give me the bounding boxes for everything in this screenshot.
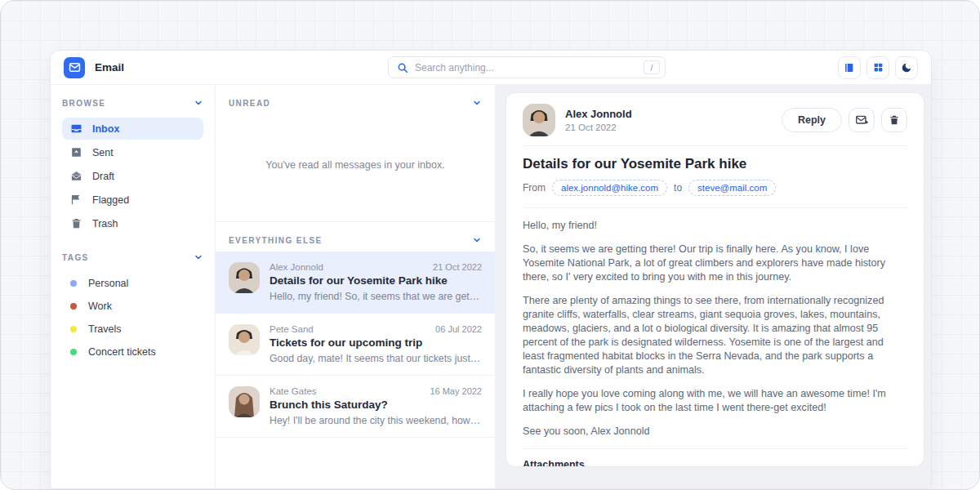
- search-input[interactable]: [415, 62, 637, 74]
- body-paragraph: I really hope you love coming along with…: [523, 387, 907, 415]
- email-subject: Details for our Yosemite Park hike: [270, 274, 482, 287]
- addressbook-button[interactable]: [838, 56, 861, 79]
- email-subject: Tickets for our upcoming trip: [270, 336, 482, 349]
- email-sender: Pete Sand: [270, 324, 314, 334]
- sidebar-item-trash[interactable]: Trash: [62, 212, 203, 234]
- email-sender: Alex Jonnold: [270, 262, 323, 272]
- topbar-actions: [838, 56, 918, 79]
- sidebar-item-sent[interactable]: Sent: [62, 141, 203, 163]
- envelope-plus-icon: [855, 114, 868, 127]
- email-date: 16 May 2022: [430, 386, 482, 396]
- to-label: to: [674, 182, 682, 194]
- detail-subject: Details for our Yosemite Park hike: [523, 156, 907, 172]
- tag-dot-work: [70, 303, 77, 310]
- book-icon: [844, 62, 855, 74]
- to-email-pill[interactable]: steve@mail.com: [688, 180, 776, 196]
- topbar: Email /: [51, 51, 931, 85]
- browse-section-title: BROWSE: [62, 99, 105, 108]
- tag-dot-travels: [70, 326, 77, 332]
- tag-item-work[interactable]: Work: [62, 295, 203, 318]
- detail-sender-name: Alex Jonnold: [565, 108, 772, 120]
- email-date: 21 Oct 2022: [433, 262, 482, 272]
- sidebar-item-label: Inbox: [92, 123, 119, 135]
- sidebar-item-label: Trash: [92, 218, 118, 229]
- detail-header: Alex Jonnold 21 Oct 2022 Reply: [523, 104, 907, 136]
- tag-label: Work: [88, 301, 112, 312]
- sent-icon: [70, 146, 82, 158]
- tag-item-concert-tickets[interactable]: Concert tickets: [62, 341, 203, 363]
- email-date: 06 Jul 2022: [435, 324, 482, 334]
- tags-collapse-chevron-icon[interactable]: [194, 252, 203, 262]
- attachments-divider: [523, 448, 907, 449]
- unread-empty-message: You've read all messages in your inbox.: [216, 114, 495, 221]
- everything-else-section-header: EVERYTHING ELSE: [216, 222, 495, 252]
- email-list-item-tickets[interactable]: Pete Sand 06 Jul 2022 Tickets for our up…: [216, 314, 495, 376]
- email-app-window: Email /: [50, 50, 932, 489]
- email-sender: Kate Gates: [270, 386, 317, 396]
- forward-button[interactable]: [849, 108, 875, 132]
- tags-section-title: TAGS: [62, 253, 89, 262]
- apps-button[interactable]: [866, 56, 889, 79]
- from-email-pill[interactable]: alex.jonnold@hike.com: [552, 180, 667, 196]
- tag-item-travels[interactable]: Travels: [62, 318, 203, 341]
- sidebar-item-label: Flagged: [92, 194, 129, 206]
- email-list-item-brunch[interactable]: Kate Gates 16 May 2022 Brunch this Satur…: [216, 376, 495, 438]
- email-preview: Hello, my friend! So, it seems that we a…: [270, 291, 482, 302]
- body-paragraph: There are plenty of amazing things to se…: [523, 294, 907, 377]
- everything-else-collapse-chevron-icon[interactable]: [472, 235, 482, 245]
- search-bar[interactable]: /: [388, 56, 666, 78]
- sidebar-item-flagged[interactable]: Flagged: [62, 189, 203, 211]
- body-paragraph: Hello, my friend!: [523, 219, 907, 233]
- email-logo-icon[interactable]: [64, 57, 85, 78]
- page-background: Email /: [0, 0, 980, 490]
- sidebar-item-label: Draft: [92, 171, 114, 182]
- trash-icon: [70, 217, 82, 229]
- search-shortcut-key: /: [644, 60, 660, 74]
- tag-dot-personal: [70, 280, 77, 287]
- search-icon: [397, 62, 408, 74]
- sidebar-item-draft[interactable]: Draft: [62, 165, 203, 187]
- tag-item-personal[interactable]: Personal: [62, 272, 203, 295]
- body-paragraph: See you soon, Alex Jonnold: [523, 425, 907, 439]
- email-body: Hello, my friend! So, it seems we are ge…: [523, 219, 907, 439]
- avatar-alex-jonnold-large: [523, 104, 555, 136]
- tag-label: Personal: [88, 278, 128, 289]
- from-to-row: From alex.jonnold@hike.com to steve@mail…: [523, 180, 907, 196]
- trash-icon: [889, 114, 900, 126]
- detail-actions: Reply: [782, 108, 907, 132]
- tag-label: Travels: [88, 323, 122, 335]
- email-detail-pane: Alex Jonnold 21 Oct 2022 Reply: [496, 85, 931, 488]
- tag-dot-concert: [70, 349, 77, 355]
- dark-mode-button[interactable]: [895, 56, 918, 79]
- from-label: From: [523, 182, 546, 194]
- attachments-title: Attachments: [523, 459, 907, 467]
- email-subject: Brunch this Saturday?: [270, 399, 482, 411]
- browse-collapse-chevron-icon[interactable]: [194, 98, 203, 108]
- sidebar: BROWSE Inbox Sent: [51, 85, 216, 488]
- email-detail-card: Alex Jonnold 21 Oct 2022 Reply: [506, 92, 924, 467]
- tag-label: Concert tickets: [88, 346, 156, 358]
- grid-icon: [873, 62, 884, 73]
- inbox-icon: [70, 122, 82, 135]
- sidebar-item-inbox[interactable]: Inbox: [62, 118, 203, 140]
- brand: Email: [64, 57, 216, 78]
- sidebar-item-label: Sent: [92, 147, 114, 158]
- avatar-kate-gates: [229, 386, 260, 417]
- unread-section-title: UNREAD: [229, 99, 270, 108]
- avatar-pete-sand: [229, 324, 260, 355]
- detail-date: 21 Oct 2022: [565, 122, 772, 132]
- header-divider: [523, 145, 907, 146]
- draft-envelope-icon: [70, 170, 82, 182]
- delete-button[interactable]: [881, 108, 907, 132]
- flag-icon: [70, 194, 82, 206]
- moon-icon: [901, 62, 912, 74]
- unread-section: UNREAD You've read all messages in your …: [216, 85, 495, 222]
- reply-button[interactable]: Reply: [782, 108, 842, 132]
- everything-else-section-title: EVERYTHING ELSE: [229, 236, 323, 245]
- email-list-item-yosemite[interactable]: Alex Jonnold 21 Oct 2022 Details for our…: [216, 252, 495, 314]
- body-paragraph: So, it seems we are getting there! Our t…: [523, 243, 907, 284]
- unread-collapse-chevron-icon[interactable]: [472, 98, 482, 108]
- subject-divider: [523, 207, 907, 208]
- message-list-column: UNREAD You've read all messages in your …: [216, 85, 496, 488]
- email-preview: Hey! I'll be around the city this weeken…: [270, 415, 482, 426]
